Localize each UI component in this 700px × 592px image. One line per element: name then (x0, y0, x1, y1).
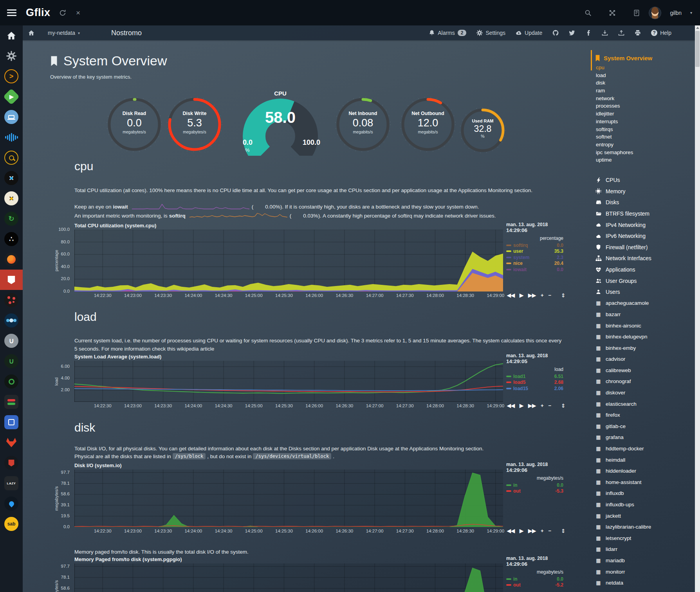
menu-item-softirqs[interactable]: softirqs (595, 126, 695, 134)
menu-item-uptime[interactable]: uptime (595, 157, 695, 165)
menu-item-network[interactable]: network (595, 95, 695, 103)
zoom-out-icon[interactable]: − (548, 292, 552, 298)
gauge-net-outbound[interactable]: Net Outbound12.0megabits/s (398, 94, 458, 158)
menu-app-bazarr[interactable]: ▦bazarr (595, 309, 695, 320)
zoom-in-icon[interactable]: + (541, 292, 544, 298)
close-icon[interactable]: × (75, 9, 82, 16)
play-icon[interactable]: ▶ (520, 403, 523, 408)
menu-app-apacheguacamole[interactable]: ▦apacheguacamole (595, 298, 695, 309)
sidebar-app-red-dots[interactable] (0, 290, 23, 310)
export-icon[interactable] (618, 30, 624, 36)
legend-entry-system[interactable]: system2.3 (506, 254, 563, 261)
zoom-out-icon[interactable]: − (548, 403, 552, 408)
legend-entry-load15[interactable]: load152.06 (506, 385, 563, 392)
sidebar-app-x-yellow[interactable]: × (0, 188, 23, 209)
zoom-out-icon[interactable]: − (548, 528, 552, 534)
sidebar-app-grafana[interactable] (0, 249, 23, 270)
legend-entry-nice[interactable]: nice20.4 (506, 261, 563, 267)
menu-item-ipc-semaphores[interactable]: ipc semaphores (595, 149, 695, 157)
menu-section-memory[interactable]: Memory (595, 186, 695, 197)
legend-entry-load5[interactable]: load52.68 (506, 380, 563, 386)
menu-item-softnet[interactable]: softnet (595, 134, 695, 142)
menu-app-jackett[interactable]: ▦jackett (595, 510, 695, 522)
menu-item-cpu[interactable]: cpu (595, 65, 695, 72)
scrollbar-thumb[interactable] (695, 31, 700, 67)
pan-forward-icon[interactable]: ▶▶ (528, 292, 536, 298)
pan-forward-icon[interactable]: ▶▶ (528, 403, 536, 408)
menu-section-disks[interactable]: Disks (595, 197, 695, 208)
menu-section-users[interactable]: Users (595, 286, 695, 298)
twitter-icon[interactable] (569, 30, 575, 36)
menu-item-entropy[interactable]: entropy (595, 142, 695, 149)
user-avatar[interactable] (649, 7, 661, 19)
help-button[interactable]: ? Help (651, 30, 671, 36)
scroll-up-arrow[interactable] (696, 27, 699, 29)
sidebar-app-bars[interactable] (0, 392, 23, 412)
menu-app-heimdall[interactable]: ▦heimdall (595, 454, 695, 466)
resize-handle-icon[interactable]: ⇕ (561, 292, 566, 299)
menu-app-firefox[interactable]: ▦firefox (595, 409, 695, 421)
resize-handle-icon[interactable]: ⇕ (561, 528, 566, 534)
menu-app-chronograf[interactable]: ▦chronograf (595, 376, 695, 387)
menu-app-letsencrypt[interactable]: ▦letsencrypt (595, 533, 695, 544)
facebook-icon[interactable] (585, 30, 592, 36)
legend-entry-load1[interactable]: load16.51 (506, 373, 563, 380)
legend-entry-iowait[interactable]: iowait0.0 (506, 266, 563, 273)
sidebar-app-blue-tile[interactable] (0, 412, 23, 432)
zoom-in-icon[interactable]: + (541, 403, 544, 408)
menu-app-lazylibrarian-calibre[interactable]: ▦lazylibrarian-calibre (595, 521, 695, 533)
settings-button[interactable]: Settings (476, 30, 505, 36)
sidebar-app-diskover[interactable] (0, 148, 23, 168)
zoom-in-icon[interactable]: + (541, 528, 544, 534)
menu-app-binhex-delugevpn[interactable]: ▦binhex-delugevpn (595, 331, 695, 342)
gauge-net-inbound[interactable]: Net Inbound0.08megabits/s (333, 94, 393, 158)
menu-icon[interactable] (7, 8, 16, 18)
sidebar-app-chevron[interactable]: > (0, 66, 23, 86)
legend-entry-softirq[interactable]: softirq0.0 (506, 242, 563, 248)
host-dropdown[interactable]: my-netdata▾ (48, 30, 80, 36)
page-scrollbar[interactable] (695, 25, 700, 592)
sidebar-settings[interactable] (0, 46, 23, 66)
menu-app-home-assistant[interactable]: ▦home-assistant (595, 477, 695, 488)
menu-app-mariadb[interactable]: ▦mariadb (595, 555, 695, 566)
menu-section-user-groups[interactable]: User Groups (595, 275, 695, 286)
changelog-icon[interactable] (633, 9, 640, 16)
user-menu[interactable]: gilbn (670, 10, 682, 16)
refresh-icon[interactable] (59, 9, 66, 16)
play-icon[interactable]: ▶ (520, 528, 523, 534)
legend-entry-in[interactable]: in0.0 (506, 482, 563, 488)
menu-item-load[interactable]: load (595, 72, 695, 80)
menu-section-btrfs-filesystem[interactable]: BTRFS filesystem (595, 208, 695, 220)
update-button[interactable]: Update (516, 30, 542, 36)
gauge-disk-read[interactable]: Disk Read0.0megabytes/s (105, 94, 164, 158)
menu-section-system-overview[interactable]: System Overview (595, 55, 695, 61)
sidebar-home[interactable] (0, 25, 23, 46)
sidebar-app-u-green[interactable]: ∪ (0, 351, 23, 371)
menu-app-binhex-airsonic[interactable]: ▦binhex-airsonic (595, 320, 695, 331)
menu-app-gitlab-ce[interactable]: ▦gitlab-ce (595, 421, 695, 432)
sidebar-app-emby[interactable]: ▶ (0, 86, 23, 107)
sidebar-app-lazylibrarian[interactable]: LAZY (0, 473, 23, 493)
legend-entry-in[interactable]: in0.0 (506, 576, 563, 582)
menu-app-influxdb[interactable]: ▦influxdb (595, 488, 695, 499)
menu-item-processes[interactable]: processes (595, 103, 695, 111)
sidebar-app-netdata[interactable] (0, 270, 23, 290)
sidebar-app-recycle[interactable]: ↻ (0, 209, 23, 229)
menu-app-monitorr[interactable]: ▦monitorr (595, 566, 695, 578)
sidebar-app-cadvisor[interactable] (0, 107, 23, 127)
menu-section-applications[interactable]: Applications (595, 264, 695, 275)
github-icon[interactable] (552, 30, 559, 36)
print-icon[interactable] (635, 30, 641, 36)
home-icon[interactable] (28, 30, 34, 36)
menu-item-disk[interactable]: disk (595, 80, 695, 88)
menu-section-firewall-netfilter-[interactable]: Firewall (netfilter) (595, 242, 695, 253)
menu-section-ipv6-networking[interactable]: IPv6 Networking (595, 230, 695, 242)
menu-app-calibreweb[interactable]: ▦calibreweb (595, 365, 695, 376)
sidebar-app-u-gray[interactable]: ∪ (0, 331, 23, 351)
pan-back-icon[interactable]: ◀◀ (507, 292, 515, 298)
menu-app-cadvisor[interactable]: ▦cadvisor (595, 354, 695, 365)
gauge-cpu[interactable]: CPU58.00.0100.0% (237, 88, 323, 153)
menu-app-binhex-emby[interactable]: ▦binhex-emby (595, 342, 695, 354)
pan-back-icon[interactable]: ◀◀ (507, 403, 515, 408)
menu-app-netdata[interactable]: ▦netdata (595, 577, 695, 588)
